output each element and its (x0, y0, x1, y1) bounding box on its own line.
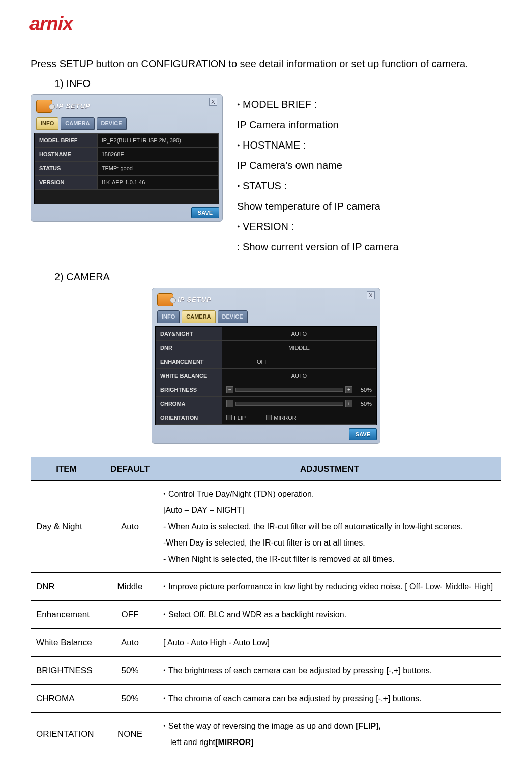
brand-name: arnix (29, 10, 73, 38)
table-row: ENHANCEMENTOFF (156, 355, 376, 369)
panel-title: IP SETUP (56, 101, 91, 111)
tab-device[interactable]: DEVICE (97, 117, 127, 130)
section-1-heading: 1) INFO (54, 76, 501, 91)
save-button[interactable]: SAVE (349, 428, 377, 440)
flip-checkbox[interactable]: FLIP (226, 414, 246, 422)
ip-setup-camera-panel: X IP SETUP INFO CAMERA DEVICE DAY&NIGHTA… (152, 288, 380, 444)
tab-camera[interactable]: CAMERA (61, 117, 94, 130)
table-row: MODEL BRIEFIP_E2(BULLET IR ISP 2M, 390) (35, 133, 219, 148)
table-row: STATUSTEMP: good (35, 161, 219, 176)
table-row: BRIGHTNESS − + 50% (156, 383, 376, 397)
info-description: MODEL BRIEF : IP Camera information HOST… (237, 94, 501, 257)
mirror-checkbox[interactable]: MIRROR (266, 414, 297, 422)
table-row: WHITE BALANCEAUTO (156, 369, 376, 383)
spec-table: ITEM DEFAULT ADJUSTMENT Day & NightAutoC… (31, 457, 501, 757)
header-divider (31, 41, 501, 41)
camera-table: DAY&NIGHTAUTO DNRMIDDLE ENHANCEMENTOFF W… (156, 327, 376, 425)
tab-row-camera: INFO CAMERA DEVICE (155, 310, 377, 326)
col-item: ITEM (31, 457, 102, 481)
close-icon[interactable]: X (209, 98, 217, 106)
tab-info[interactable]: INFO (157, 310, 180, 323)
table-row: CHROMA − + 50% (156, 397, 376, 411)
tab-camera[interactable]: CAMERA (182, 310, 215, 323)
table-row: HOSTNAME158268E (35, 148, 219, 162)
orientation-checks: FLIP MIRROR (226, 414, 372, 422)
ip-setup-info-panel: X IP SETUP INFO CAMERA DEVICE MODEL BRIE… (31, 94, 223, 222)
table-row: Day & NightAutoControl True Day/Night (T… (31, 481, 501, 573)
camera-icon (157, 293, 173, 306)
table-row: DNRMIDDLE (156, 341, 376, 355)
table-row: White BalanceAuto[ Auto - Auto High - Au… (31, 629, 501, 657)
plus-icon[interactable]: + (345, 386, 352, 393)
brand-logo: arnix (31, 10, 501, 38)
intro-text: Press SETUP button on CONFIGURATION to s… (31, 53, 501, 74)
tab-row-info: INFO CAMERA DEVICE (34, 117, 219, 133)
section-2-heading: 2) CAMERA (54, 269, 501, 284)
chroma-slider: − + 50% (226, 399, 372, 408)
minus-icon[interactable]: − (226, 386, 233, 393)
brightness-slider: − + 50% (226, 386, 372, 394)
tab-device[interactable]: DEVICE (218, 310, 248, 323)
plus-icon[interactable]: + (345, 400, 352, 407)
table-row: DAY&NIGHTAUTO (156, 327, 376, 341)
table-row: DNRMiddleImprove picture performance in … (31, 573, 501, 601)
table-row: ORIENTATION FLIP MIRROR (156, 411, 376, 425)
tab-info[interactable]: INFO (36, 117, 58, 130)
col-default: DEFAULT (102, 457, 158, 481)
minus-icon[interactable]: − (226, 400, 233, 407)
close-icon[interactable]: X (367, 291, 375, 299)
table-row: ORIENTATIONNONESet the way of reversing … (31, 713, 501, 756)
panel-title: IP SETUP (178, 295, 212, 305)
info-table: MODEL BRIEFIP_E2(BULLET IR ISP 2M, 390) … (35, 133, 219, 190)
save-button[interactable]: SAVE (191, 207, 219, 219)
col-adjustment: ADJUSTMENT (158, 457, 501, 481)
table-row: BRIGHTNESS50%The brightness of each came… (31, 657, 501, 685)
table-row: VERSIONI1K-APP-1.0.1.46 (35, 176, 219, 190)
camera-icon (36, 100, 52, 113)
table-row: EnhancementOFFSelect Off, BLC and WDR as… (31, 601, 501, 629)
table-row: CHROMA50%The chroma of each camera can b… (31, 685, 501, 713)
